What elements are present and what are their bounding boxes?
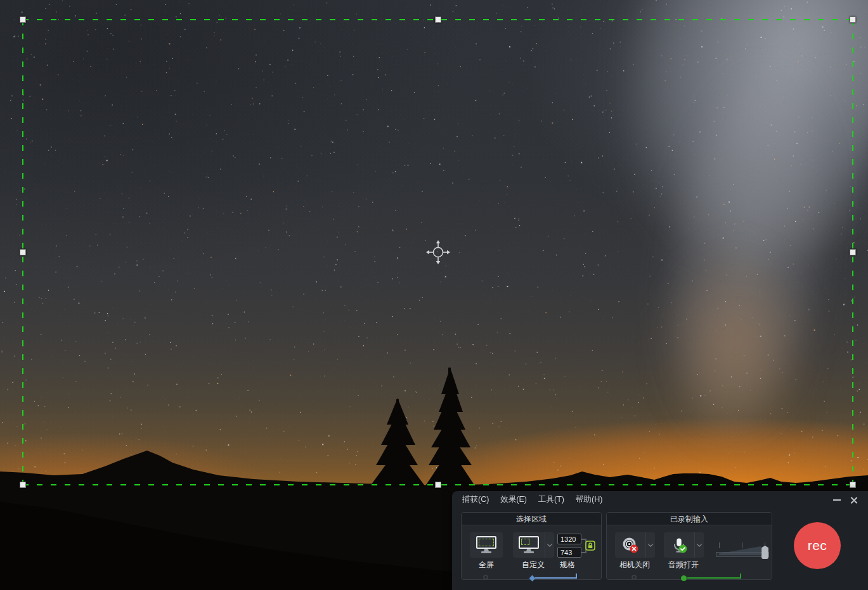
recorded-inputs-title: 已录制输入 <box>607 513 772 525</box>
custom-region-button[interactable] <box>513 532 554 558</box>
menu-tools[interactable]: 工具(T) <box>534 492 569 507</box>
width-input[interactable] <box>557 534 581 544</box>
audio-selected-indicator <box>681 575 687 581</box>
size-label: 规格 <box>560 560 575 570</box>
selection-handle-bottom-right[interactable] <box>850 482 856 488</box>
recorded-inputs-group: 已录制输入 <box>606 512 772 580</box>
selection-handle-top-middle[interactable] <box>435 16 441 23</box>
minimize-icon <box>833 499 841 501</box>
record-button[interactable]: rec <box>794 522 841 569</box>
select-area-title: 选择区域 <box>462 513 601 525</box>
fullscreen-button[interactable] <box>470 532 503 558</box>
selection-handle-top-left[interactable] <box>20 16 26 23</box>
audio-status-label: 音频打开 <box>668 560 699 570</box>
chevron-down-icon <box>547 541 552 546</box>
selection-handle-middle-left[interactable] <box>20 249 26 255</box>
selection-handle-bottom-left[interactable] <box>20 482 26 488</box>
camera-dropdown[interactable] <box>645 532 655 558</box>
selection-handle-middle-right[interactable] <box>850 249 856 255</box>
menu-help[interactable]: 帮助(H) <box>571 492 607 507</box>
slider-tick <box>719 542 720 548</box>
fullscreen-monitor-icon <box>476 536 497 554</box>
camera-button[interactable] <box>615 532 655 558</box>
indicator-line-blue <box>535 577 577 579</box>
menu-effects[interactable]: 效果(E) <box>496 492 531 507</box>
select-area-group: 选择区域 <box>461 512 602 580</box>
height-input[interactable] <box>557 547 581 558</box>
camera-indicator <box>632 575 637 580</box>
slider-handle[interactable] <box>761 546 768 559</box>
recorder-panel: 捕获(C) 效果(E) 工具(T) 帮助(H) 选择区域 <box>452 491 868 590</box>
custom-selected-indicator <box>529 575 536 582</box>
indicator-tick-blue <box>576 574 577 578</box>
screen: 捕获(C) 效果(E) 工具(T) 帮助(H) 选择区域 <box>0 0 868 590</box>
slider-track <box>716 552 769 557</box>
close-icon <box>850 496 858 504</box>
custom-monitor-icon <box>518 536 540 554</box>
audio-level-slider[interactable] <box>716 541 772 560</box>
indicator-tick-green <box>740 574 741 578</box>
chevron-down-icon <box>648 541 653 546</box>
camera-status-label: 相机关闭 <box>619 560 650 570</box>
minimize-button[interactable] <box>830 494 844 506</box>
slider-tick <box>742 542 742 548</box>
close-button[interactable] <box>846 494 860 506</box>
selection-handle-top-right[interactable] <box>850 16 856 23</box>
menu-capture[interactable]: 捕获(C) <box>458 492 493 507</box>
custom-region-dropdown[interactable] <box>545 532 554 558</box>
chevron-down-icon <box>697 541 702 546</box>
custom-label: 自定义 <box>522 560 545 570</box>
fullscreen-label: 全屏 <box>479 560 494 570</box>
menu-bar: 捕获(C) 效果(E) 工具(T) 帮助(H) <box>452 491 868 508</box>
audio-dropdown[interactable] <box>694 532 704 558</box>
selection-handle-bottom-middle[interactable] <box>435 482 441 488</box>
camera-icon <box>622 537 638 553</box>
move-crosshair-icon[interactable] <box>425 240 451 265</box>
microphone-icon <box>671 537 687 553</box>
audio-button[interactable] <box>664 532 704 558</box>
fullscreen-indicator <box>483 575 488 580</box>
indicator-line-green <box>687 577 741 579</box>
lock-aspect-button[interactable] <box>585 541 595 551</box>
